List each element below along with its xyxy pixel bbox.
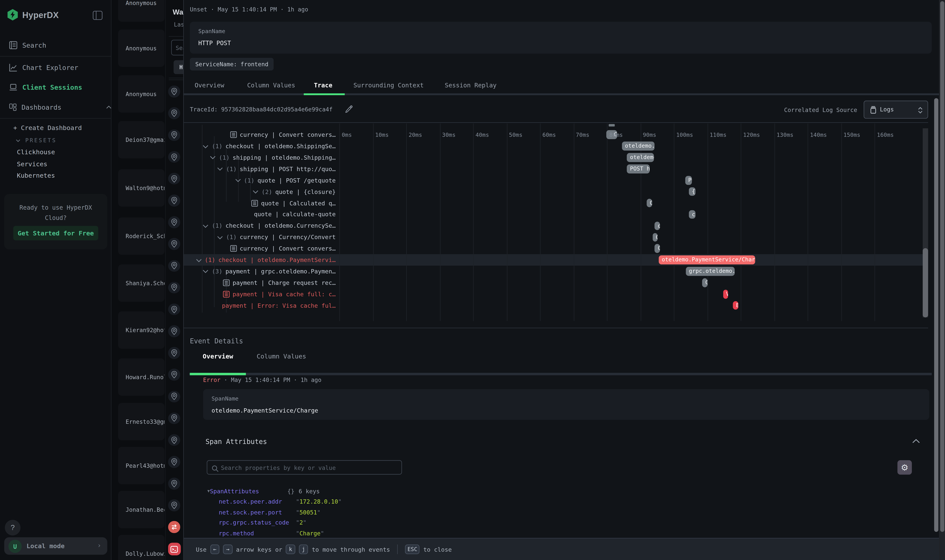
- trace-tree-row[interactable]: quote | Calculated q…: [184, 197, 336, 209]
- session-card[interactable]: Shaniya.Schowalter@gmail.com: [118, 265, 164, 302]
- trace-tree-row[interactable]: (3)payment | grpc.oteldemo.Paymen…: [184, 266, 336, 277]
- event-pin-icon[interactable]: [168, 260, 180, 272]
- session-card[interactable]: Anonymous: [118, 75, 164, 113]
- local-mode-menu[interactable]: U Local mode ›: [4, 537, 108, 555]
- preset-clickhouse[interactable]: Clickhouse: [17, 148, 55, 155]
- event-pin-icon[interactable]: [168, 412, 180, 424]
- event-pin-icon[interactable]: [168, 369, 180, 381]
- span-bar[interactable]: grpc.oteldemo.PaymentService/Charge: [686, 267, 735, 276]
- event-pin-icon[interactable]: [168, 325, 180, 337]
- span-bar[interactable]: {closure}: [689, 187, 695, 196]
- trace-tree-row[interactable]: (1)checkout | oteldemo.CurrencySe…: [184, 220, 336, 232]
- session-card[interactable]: Ernesto33@gmail.com: [118, 403, 164, 440]
- trace-tree-row[interactable]: (1)shipping | oteldemo.Shipping…: [184, 152, 336, 163]
- event-pin-icon[interactable]: [168, 238, 180, 250]
- log-source-select[interactable]: Logs: [863, 101, 928, 118]
- event-pin-icon[interactable]: [168, 434, 180, 446]
- session-card[interactable]: Howard.Runolfsson@gmail.com: [118, 358, 164, 396]
- session-card[interactable]: Deion37@gmail.com: [118, 121, 164, 158]
- span-bar[interactable]: oteldemo.ShippingService/GetQuote: [627, 153, 654, 162]
- preset-kubernetes[interactable]: Kubernetes: [17, 172, 55, 179]
- sidebar-item-client-sessions[interactable]: Client Sessions: [0, 82, 111, 93]
- sidebar-item-dashboards[interactable]: Dashboards: [0, 102, 111, 112]
- event-error-terminal-icon[interactable]: [168, 543, 180, 555]
- span-bar[interactable]: Charge request received.: [702, 278, 708, 287]
- trace-tree-row[interactable]: payment | Error: Visa cache ful…: [184, 300, 336, 311]
- window-scrollbar[interactable]: [939, 0, 945, 560]
- session-card[interactable]: Kieran92@hotmail.com: [118, 311, 164, 349]
- tab-session-replay[interactable]: Session Replay: [445, 82, 496, 89]
- edit-icon[interactable]: [345, 105, 353, 114]
- help-button[interactable]: ?: [5, 520, 20, 535]
- sidebar-item-search[interactable]: Search: [0, 40, 111, 51]
- trace-tree-row[interactable]: (1)currency | Currency/Convert: [184, 232, 336, 243]
- event-pin-icon[interactable]: [168, 108, 180, 119]
- event-pin-icon[interactable]: [168, 173, 180, 185]
- attribute-row[interactable]: rpc.grpc.status_code"2": [219, 519, 306, 526]
- event-details-tab-overview[interactable]: Overview: [203, 352, 233, 360]
- attribute-row[interactable]: rpc.method"Charge": [219, 530, 324, 536]
- trace-tree-row[interactable]: currency | Convert convers…: [184, 243, 336, 254]
- trace-tree-row[interactable]: currency | Convert convers…: [184, 129, 336, 140]
- span-bar[interactable]: oteldemo.CurrencyService/Convert: [655, 222, 660, 230]
- trace-tree-row[interactable]: (1)checkout | oteldemo.ShippingSe…: [184, 140, 336, 152]
- event-pin-icon[interactable]: [168, 195, 180, 206]
- attributes-search-input[interactable]: Search properties by key or value: [207, 460, 402, 475]
- event-pin-icon[interactable]: [168, 151, 180, 163]
- presets-header[interactable]: PRESETS: [16, 137, 57, 143]
- event-pin-icon[interactable]: [168, 129, 180, 141]
- session-card[interactable]: Pearl43@hotmail.com: [118, 447, 164, 484]
- hyperdx-logo[interactable]: HyperDX: [7, 9, 59, 20]
- span-bar[interactable]: Visa cache full: cannot add: [723, 290, 728, 298]
- sidebar-item-chart-explorer[interactable]: Chart Explorer: [0, 62, 111, 73]
- preset-services[interactable]: Services: [17, 160, 47, 167]
- chart-scrollbar-thumb[interactable]: [922, 248, 928, 317]
- tab-column-values[interactable]: Column Values: [247, 82, 295, 89]
- trace-tree-row[interactable]: (1)checkout | oteldemo.PaymentServi…: [184, 254, 336, 266]
- span-bar[interactable]: Convert conversion request: [655, 244, 660, 253]
- event-error-swap-icon[interactable]: [168, 521, 180, 533]
- session-card[interactable]: Dolly.Lubowitz@gmail.com: [118, 535, 164, 560]
- trace-tree-row[interactable]: (2)quote | {closure}: [184, 186, 336, 197]
- event-pin-icon[interactable]: [168, 456, 180, 468]
- tab-overview[interactable]: Overview: [195, 82, 224, 89]
- span-bar[interactable]: oteldemo.ShippingService/GetQuote: [622, 142, 655, 150]
- span-bar[interactable]: oteldemo.PaymentService/Charge: [659, 255, 755, 264]
- span-bar[interactable]: POST /getquote: [685, 176, 692, 185]
- window-scrollbar-thumb[interactable]: [940, 1, 944, 532]
- event-pin-icon[interactable]: [168, 391, 180, 403]
- trace-tree-row[interactable]: payment | Charge request rec…: [184, 277, 336, 289]
- session-card[interactable]: Roderick_Schulist@yahoo.com: [118, 217, 164, 255]
- event-pin-icon[interactable]: [168, 282, 180, 294]
- attribute-row[interactable]: net.sock.peer.addr"172.28.0.10": [219, 498, 342, 505]
- trace-tree-row[interactable]: payment | Visa cache full: c…: [184, 288, 336, 300]
- create-dashboard-button[interactable]: + Create Dashboard: [13, 124, 82, 131]
- collapse-section-icon[interactable]: [912, 438, 920, 444]
- trace-tree-row[interactable]: (1)shipping | POST http://quo…: [184, 163, 336, 175]
- session-card[interactable]: Anonymous: [118, 0, 164, 22]
- span-bar[interactable]: Currency/Convert: [653, 233, 658, 242]
- session-card[interactable]: Jonathan.Bechtelar@gmail.com: [118, 491, 164, 528]
- span-bar[interactable]: calculate-quote: [689, 210, 695, 219]
- event-details-tab-column-values[interactable]: Column Values: [257, 352, 306, 360]
- trace-tree-row[interactable]: quote | calculate-quote: [184, 209, 336, 220]
- attribute-row[interactable]: net.sock.peer.port"50051": [219, 509, 321, 515]
- tab-surrounding-context[interactable]: Surrounding Context: [353, 82, 424, 89]
- event-pin-icon[interactable]: [168, 347, 180, 359]
- session-card[interactable]: Anonymous: [118, 29, 164, 67]
- service-name-chip[interactable]: ServiceName: frontend: [190, 58, 274, 70]
- event-pin-icon[interactable]: [168, 86, 180, 97]
- span-bar[interactable]: Error: Visa cache full: [733, 301, 738, 310]
- tab-trace[interactable]: Trace: [314, 82, 332, 89]
- span-bar[interactable]: Calculated quote: [647, 198, 652, 207]
- drawer-scrollbar-thumb[interactable]: [934, 98, 938, 532]
- span-bar[interactable]: POST http://quote:8090/getquote: [627, 165, 650, 173]
- session-card[interactable]: Walton9@hotmail.com: [118, 169, 164, 206]
- sidebar-collapse-icon[interactable]: [93, 11, 103, 20]
- trace-tree-row[interactable]: (1)quote | POST /getquote: [184, 175, 336, 186]
- get-started-button[interactable]: Get Started for Free: [13, 226, 98, 240]
- event-pin-icon[interactable]: [168, 303, 180, 315]
- attr-root-row[interactable]: ▼SpanAttributes{}6 keys: [207, 488, 320, 494]
- event-pin-icon[interactable]: [168, 478, 180, 490]
- event-pin-icon[interactable]: [168, 217, 180, 228]
